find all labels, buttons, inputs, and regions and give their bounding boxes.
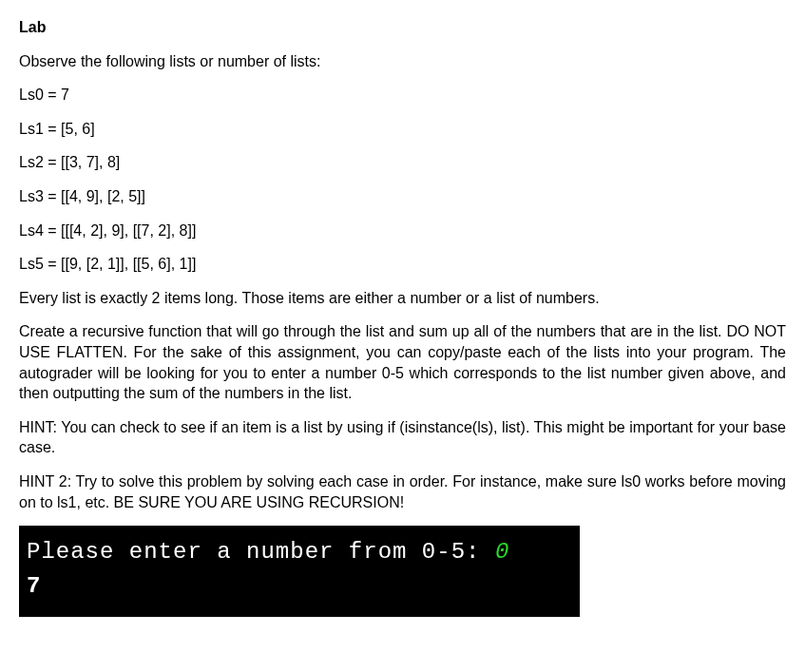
- terminal-user-input: 0: [495, 539, 509, 565]
- ls2-definition: Ls2 = [[3, 7], 8]: [19, 152, 786, 173]
- terminal-prompt-line: Please enter a number from 0-5: 0: [27, 535, 572, 569]
- note-text: Every list is exactly 2 items long. Thos…: [19, 288, 786, 309]
- ls3-definition: Ls3 = [[4, 9], [2, 5]]: [19, 186, 786, 207]
- terminal-prompt: Please enter a number from 0-5:: [27, 539, 495, 565]
- intro-text: Observe the following lists or number of…: [19, 51, 786, 72]
- hint2-text: HINT 2: Try to solve this problem by sol…: [19, 471, 786, 512]
- ls4-definition: Ls4 = [[[4, 2], 9], [[7, 2], 8]]: [19, 221, 786, 241]
- ls5-definition: Ls5 = [[9, [2, 1]], [[5, 6], 1]]: [19, 254, 786, 275]
- task-text: Create a recursive function that will go…: [19, 321, 786, 403]
- hint1-text: HINT: You can check to see if an item is…: [19, 417, 786, 458]
- ls1-definition: Ls1 = [5, 6]: [19, 119, 786, 140]
- terminal-result: 7: [27, 569, 572, 604]
- lab-heading: Lab: [19, 17, 786, 38]
- ls0-definition: Ls0 = 7: [19, 85, 786, 106]
- terminal-output: Please enter a number from 0-5: 0 7: [19, 526, 580, 617]
